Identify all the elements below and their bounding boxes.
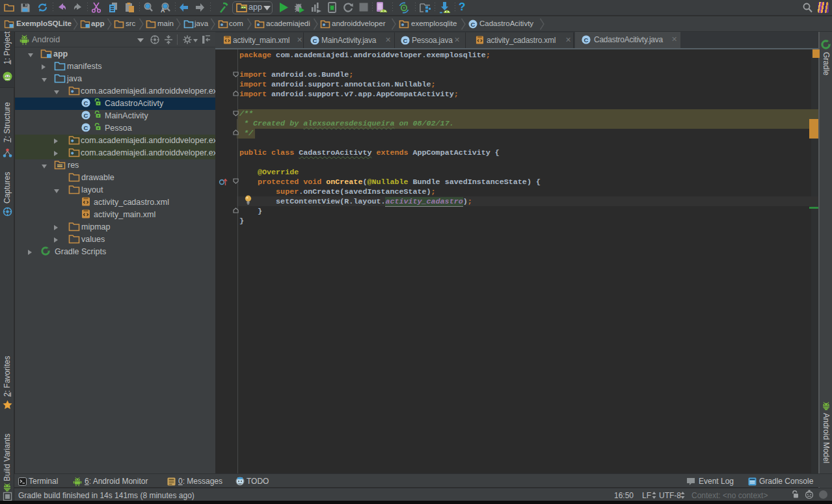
svg-text:A: A [161,7,165,14]
svg-text:C: C [470,21,475,28]
